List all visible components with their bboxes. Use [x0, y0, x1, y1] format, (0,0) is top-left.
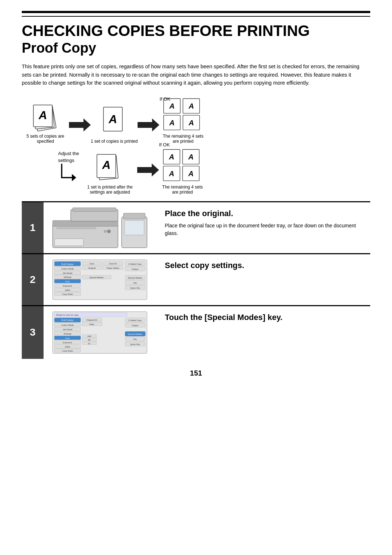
adjust-label: Adjust the settings [58, 150, 79, 163]
step-image-col-1 [44, 202, 156, 253]
top-border-thick [22, 11, 370, 13]
svg-rect-36 [56, 227, 96, 229]
svg-text:File: File [133, 338, 137, 340]
paper-4stack-icon-5: A A A A [163, 148, 203, 183]
step-number-1: 1 [22, 202, 44, 253]
step-title-1: Place the original. [165, 209, 362, 218]
svg-text:Plain: Plain [89, 323, 94, 325]
svg-text:A: A [102, 158, 110, 171]
arrow-3 [137, 163, 159, 178]
if-ok-label-2: If OK [159, 142, 170, 147]
diagram-item-5: A A A A The remaining 4 sets are printed [159, 148, 206, 195]
svg-text:Auto: Auto [65, 337, 70, 339]
svg-rect-39 [124, 220, 144, 235]
top-border-thin [22, 16, 370, 17]
svg-text:Full Colour: Full Colour [61, 319, 74, 321]
svg-text:Special Modes: Special Modes [128, 333, 142, 335]
svg-text:A: A [168, 170, 174, 178]
svg-marker-16 [72, 174, 76, 181]
step-number-2: 2 [22, 254, 44, 305]
page-number: 151 [22, 369, 370, 377]
step-title-2: Select copy settings. [165, 261, 362, 270]
step-content-col-3: Touch the [Special Modes] key. [156, 306, 370, 359]
svg-rect-38 [123, 213, 145, 219]
diagram-caption-4: 1 set is printed after the settings are … [83, 185, 137, 195]
if-ok-label-1: If OK [160, 96, 171, 102]
step-number-3: 3 [22, 306, 44, 359]
svg-text:A: A [38, 109, 47, 122]
title-line1: CHECKING COPIES BEFORE PRINTING [22, 22, 310, 39]
svg-text:Special Modes: Special Modes [128, 277, 142, 279]
step-image-col-3: Ready to scan for copy. Full Colour Colo… [44, 306, 156, 359]
paper-single-icon-4: A [94, 150, 126, 183]
svg-point-34 [107, 230, 111, 233]
svg-rect-33 [54, 239, 83, 246]
description-text: This feature prints only one set of copi… [22, 62, 370, 87]
svg-marker-4 [69, 118, 91, 131]
arrow-2 [138, 118, 159, 133]
svg-text:Quick File: Quick File [130, 343, 140, 345]
svg-text:Special Modes: Special Modes [89, 276, 103, 279]
svg-text:Output: Output [132, 268, 138, 270]
step-title-3: Touch the [Special Modes] key. [165, 313, 362, 322]
svg-text:A: A [188, 153, 193, 161]
copier-icon-1 [49, 206, 151, 250]
step-content-col-1: Place the original. Place the original f… [156, 202, 370, 253]
paper-4stack-icon-3: A A A A [163, 97, 203, 132]
svg-text:Original: Original [88, 267, 96, 269]
step-row-1: 1 [22, 201, 370, 253]
step-content-col-2: Select copy settings. [156, 254, 370, 305]
ui-screen-icon-3: Ready to scan for copy. Full Colour Colo… [51, 310, 149, 355]
svg-text:Output: Output [132, 324, 138, 327]
svg-text:2-Sided Copy: 2-Sided Copy [128, 263, 142, 265]
step-row-3: 3 Ready to scan for copy. Full Colour Co… [22, 305, 370, 359]
diagram-item-2: If OK A 1 set of copies is printed [91, 104, 138, 144]
svg-point-35 [104, 230, 107, 233]
svg-text:A4R: A4R [87, 335, 91, 337]
diagram-section: A 5 sets of copies are specified If OK [22, 97, 370, 195]
svg-text:Colour Mode: Colour Mode [61, 268, 74, 270]
svg-text:Paper Select: Paper Select [107, 267, 119, 269]
bend-arrow-icon [58, 164, 76, 184]
svg-marker-7 [138, 118, 159, 131]
diagram-item-1: A 5 sets of copies are specified [22, 99, 69, 144]
svg-text:Auto  A4: Auto A4 [109, 263, 117, 265]
paper-stack-icon-1: A [29, 99, 62, 132]
svg-text:B4: B4 [88, 339, 91, 341]
svg-text:Colour Mode: Colour Mode [61, 324, 74, 326]
svg-text:A: A [168, 153, 174, 161]
svg-text:Settings: Settings [64, 276, 72, 278]
step-row-2: 2 Full Colour Colour Mode Job Detail Set… [22, 253, 370, 305]
diagram-item-3: A A A A The remaining 4 sets are printed [159, 97, 207, 144]
svg-text:Settings: Settings [64, 333, 72, 335]
svg-rect-32 [73, 208, 116, 211]
step-desc-1: Place the original face up in the docume… [165, 222, 362, 238]
step-image-col-2: Full Colour Colour Mode Job Detail Setti… [44, 254, 156, 305]
diagram-caption-2: 1 set of copies is printed [91, 139, 138, 144]
svg-text:A1: A1 [88, 343, 91, 345]
svg-text:Copy Ratio: Copy Ratio [62, 293, 73, 295]
svg-text:100%: 100% [65, 289, 70, 291]
svg-text:A: A [169, 119, 175, 127]
svg-text:2-Sided Copy: 2-Sided Copy [128, 319, 142, 321]
ui-screen-icon-2: Full Colour Colour Mode Job Detail Setti… [51, 258, 149, 301]
svg-text:Auto: Auto [65, 280, 70, 283]
paper-single-icon-2: A [98, 104, 131, 137]
svg-text:Exposure: Exposure [63, 285, 72, 287]
svg-text:100%: 100% [65, 346, 70, 348]
diagram-item-4: If OK A 1 set is printed after the setti… [83, 150, 137, 195]
svg-text:Job Detail: Job Detail [63, 272, 73, 274]
svg-text:File: File [133, 282, 137, 284]
svg-text:Auto: Auto [90, 263, 94, 265]
svg-text:A: A [188, 119, 194, 127]
svg-text:Original A4: Original A4 [86, 319, 97, 321]
svg-text:A: A [169, 102, 175, 110]
diagram-caption-5: The remaining 4 sets are printed [159, 185, 206, 195]
svg-text:Copy Ratio: Copy Ratio [62, 350, 73, 352]
arrow-1 [69, 118, 91, 133]
svg-text:Full Colour: Full Colour [61, 263, 74, 266]
adjust-settings-group: Adjust the settings [58, 150, 79, 183]
svg-marker-20 [137, 163, 159, 177]
svg-text:A: A [188, 170, 193, 178]
page: CHECKING COPIES BEFORE PRINTING Proof Co… [0, 0, 392, 555]
